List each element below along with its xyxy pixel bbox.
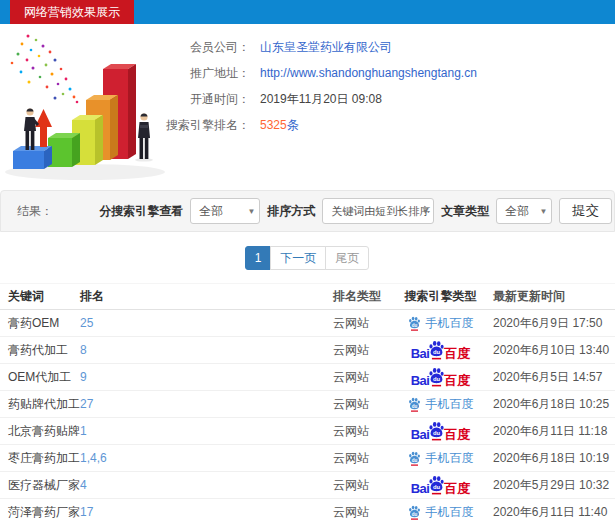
chevron-down-icon: ▼ (421, 199, 429, 224)
keyword-cell: 膏药OEM (0, 315, 80, 332)
keyword-cell: 北京膏药贴牌 (0, 423, 80, 440)
article-type-select[interactable]: 全部 ▼ (496, 198, 552, 224)
mobile-baidu-text: 手机百度 (426, 317, 474, 329)
updated-cell: 2020年6月10日 13:40 (489, 342, 615, 359)
baidu-paw-icon: du (428, 340, 445, 360)
baidu-paw-icon: du (428, 367, 445, 387)
updated-cell: 2020年6月9日 17:50 (489, 315, 615, 332)
submit-button[interactable]: 提交 (559, 198, 612, 224)
baidu-pc-logo: Bai du 百度 (411, 340, 471, 360)
svg-text:du: du (411, 511, 417, 516)
svg-text:du: du (411, 457, 417, 462)
table-row: 医疗器械厂家 4 云网站 Bai du 百度 2020年5月29日 10:32 (0, 472, 615, 499)
engine-cell: Bai du 百度 (392, 340, 489, 360)
keyword-cell: 膏药代加工 (0, 342, 80, 359)
rank-type-cell: 云网站 (333, 315, 392, 332)
engine-rank-label: 搜索引擎排名： (150, 117, 250, 134)
baidu-cn-text: 百度 (444, 482, 470, 495)
rank-link[interactable]: 8 (80, 343, 87, 357)
baidu-paw-icon: du (408, 505, 421, 520)
updated-cell: 2020年6月11日 11:18 (489, 423, 615, 440)
baidu-paw-icon: du (408, 316, 421, 331)
rank-type-cell: 云网站 (333, 450, 392, 467)
engine-cell: Bai du 百度 (392, 421, 489, 441)
baidu-paw-icon: du (408, 397, 421, 412)
page-title: 网络营销效果展示 (24, 4, 120, 21)
page-1-button[interactable]: 1 (245, 246, 272, 270)
promo-url-row: 推广地址： http://www.shandonghuangshengtang.… (150, 60, 477, 86)
baidu-cn-text: 百度 (444, 374, 470, 387)
header-rank: 排名 (80, 288, 333, 305)
sort-label: 排序方式 (267, 203, 315, 220)
svg-text:du: du (411, 322, 417, 327)
baidu-bai-text: Bai (411, 347, 430, 360)
promo-url-label: 推广地址： (150, 65, 250, 82)
filter-bar: 结果： 分搜索引擎查看 全部 ▼ 排序方式 关键词由短到长排序 ▼ 文章类型 全… (0, 190, 615, 232)
page: 网络营销效果展示 (0, 0, 615, 520)
rank-link[interactable]: 25 (80, 316, 93, 330)
updated-cell: 2020年6月18日 10:19 (489, 450, 615, 467)
results-table: 关键词 排名 排名类型 搜索引擎类型 最新更新时间 膏药OEM 25 云网站 d… (0, 283, 615, 520)
next-page-button[interactable]: 下一页 (270, 246, 326, 270)
table-row: 枣庄膏药加工 1,4,6 云网站 du 手机百度 2020年6月18日 10:1… (0, 445, 615, 472)
header-rank-type: 排名类型 (333, 288, 392, 305)
tab-marketing-effect[interactable]: 网络营销效果展示 (10, 0, 134, 24)
updated-cell: 2020年5月29日 10:32 (489, 477, 615, 494)
svg-text:du: du (433, 484, 441, 490)
updated-cell: 2020年6月11日 11:40 (489, 504, 615, 520)
sort-selected: 关键词由短到长排序 (331, 205, 430, 217)
engine-rank-row: 搜索引擎排名： 5325 条 (150, 112, 477, 138)
engine-rank-count: 5325 (260, 118, 287, 132)
rank-link[interactable]: 17 (80, 505, 93, 519)
last-page-button[interactable]: 尾页 (325, 246, 369, 270)
rank-link[interactable]: 1,4,6 (80, 451, 107, 465)
filter-controls: 分搜索引擎查看 全部 ▼ 排序方式 关键词由短到长排序 ▼ 文章类型 全部 ▼ … (99, 198, 612, 224)
article-type-label: 文章类型 (441, 203, 489, 220)
promo-url-link[interactable]: http://www.shandonghuangshengtang.cn (260, 66, 477, 80)
mobile-baidu-text: 手机百度 (426, 452, 474, 464)
rank-link[interactable]: 1 (80, 424, 87, 438)
baidu-mobile-logo: du 手机百度 (408, 505, 474, 520)
opened-time-label: 开通时间： (150, 91, 250, 108)
rank-link[interactable]: 27 (80, 397, 93, 411)
baidu-bai-text: Bai (411, 428, 430, 441)
table-row: OEM代加工 9 云网站 Bai du 百度 2020年6月5日 14:57 (0, 364, 615, 391)
sort-select[interactable]: 关键词由短到长排序 ▼ (322, 198, 434, 224)
company-label: 会员公司： (150, 39, 250, 56)
header-keyword: 关键词 (0, 288, 80, 305)
mobile-baidu-text: 手机百度 (426, 506, 474, 518)
table-row: 北京膏药贴牌 1 云网站 Bai du 百度 2020年6月11日 11:18 (0, 418, 615, 445)
rank-type-cell: 云网站 (333, 423, 392, 440)
engine-cell: Bai du 百度 (392, 475, 489, 495)
rank-type-cell: 云网站 (333, 396, 392, 413)
company-link[interactable]: 山东皇圣堂药业有限公司 (260, 39, 392, 56)
engine-view-label: 分搜索引擎查看 (99, 203, 183, 220)
svg-text:du: du (433, 376, 441, 382)
rank-type-cell: 云网站 (333, 477, 392, 494)
baidu-paw-icon: du (428, 475, 445, 495)
pagination: 1 下一页 尾页 (0, 246, 615, 270)
baidu-pc-logo: Bai du 百度 (411, 421, 471, 441)
top-bar: 网络营销效果展示 (0, 0, 615, 24)
baidu-mobile-logo: du 手机百度 (408, 451, 474, 466)
svg-text:du: du (411, 403, 417, 408)
table-row: 膏药OEM 25 云网站 du 手机百度 2020年6月9日 17:50 (0, 310, 615, 337)
svg-text:du: du (433, 349, 441, 355)
rank-link[interactable]: 4 (80, 478, 87, 492)
engine-cell: du 手机百度 (392, 505, 489, 520)
updated-cell: 2020年6月18日 10:25 (489, 396, 615, 413)
info-section: 会员公司： 山东皇圣堂药业有限公司 推广地址： http://www.shand… (0, 24, 615, 190)
engine-view-selected: 全部 (199, 204, 223, 218)
account-info: 会员公司： 山东皇圣堂药业有限公司 推广地址： http://www.shand… (150, 34, 477, 138)
keyword-cell: OEM代加工 (0, 369, 80, 386)
opened-time-value: 2019年11月20日 09:08 (260, 91, 382, 108)
rank-link[interactable]: 9 (80, 370, 87, 384)
engine-view-select[interactable]: 全部 ▼ (190, 198, 260, 224)
baidu-pc-logo: Bai du 百度 (411, 475, 471, 495)
article-type-selected: 全部 (505, 204, 529, 218)
table-header-row: 关键词 排名 排名类型 搜索引擎类型 最新更新时间 (0, 283, 615, 310)
baidu-paw-icon: du (408, 451, 421, 466)
keyword-cell: 药贴牌代加工 (0, 396, 80, 413)
engine-cell: du 手机百度 (392, 397, 489, 412)
confetti-dots (11, 35, 79, 104)
